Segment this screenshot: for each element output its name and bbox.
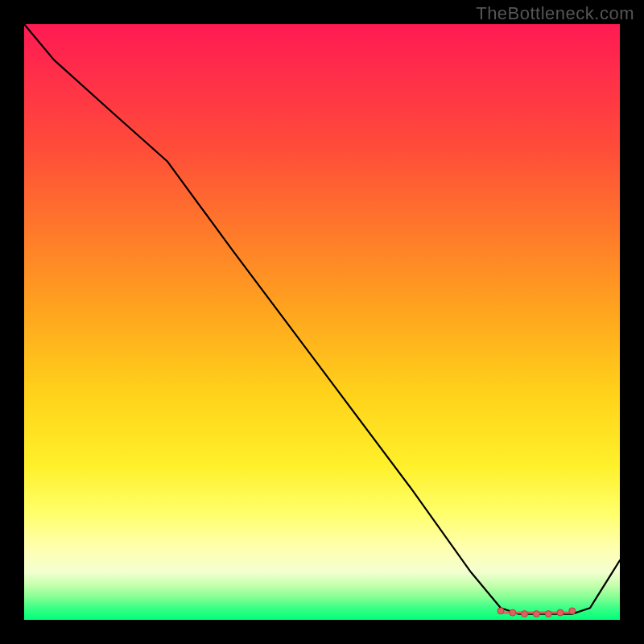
marker-dot xyxy=(545,611,551,617)
marker-dot xyxy=(557,609,564,616)
marker-dot xyxy=(510,609,516,616)
marker-dot xyxy=(533,611,539,617)
plot-area xyxy=(24,24,620,620)
marker-dot xyxy=(497,608,504,614)
marker-cluster xyxy=(497,608,576,617)
watermark-text: TheBottleneck.com xyxy=(476,3,634,24)
chart-stage: TheBottleneck.com xyxy=(0,0,644,644)
marker-dot xyxy=(522,611,528,617)
marker-dot xyxy=(569,608,576,614)
main-curve xyxy=(24,24,620,614)
chart-svg xyxy=(24,24,620,620)
